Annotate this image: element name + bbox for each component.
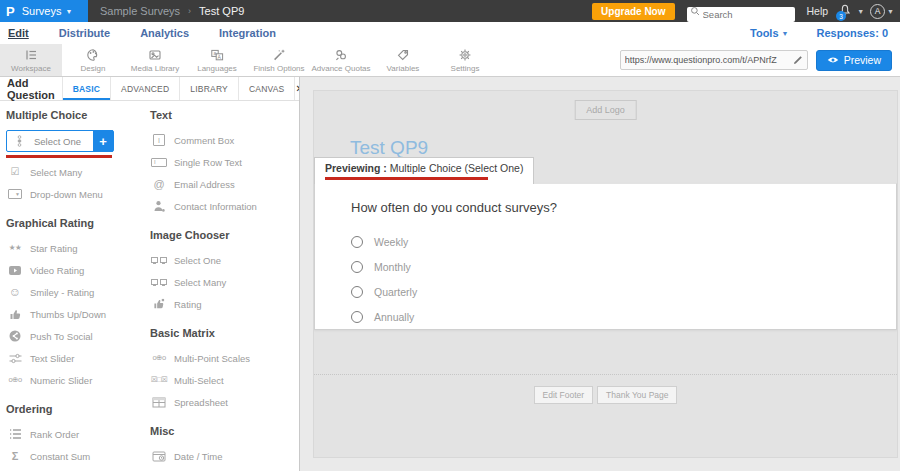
main-nav: Edit Distribute Analytics Integration To… [0,22,900,44]
top-bar: P Surveys ▼ Sample Surveys › Test QP9 Up… [0,0,900,22]
answer-option: Quarterly [351,279,896,304]
radio-button[interactable] [351,286,363,298]
add-logo-button[interactable]: Add Logo [574,100,637,120]
questionpro-logo: P [6,5,15,18]
question-type-multi-point-scales[interactable]: o⊕o Multi-Point Scales [150,348,299,368]
comment-box-icon: I [153,134,165,146]
workspace-icon [24,48,38,62]
tools-menu[interactable]: Tools▼ [750,27,788,39]
section-header: Image Chooser [150,229,299,241]
thumb-icon [9,308,22,321]
tool-finish-options[interactable]: Finish Options [248,44,310,76]
nav-integration[interactable]: Integration [219,27,276,39]
answer-option: Monthly [351,254,896,279]
pencil-icon[interactable] [793,55,803,65]
tool-languages[interactable]: aA Languages [186,44,248,76]
question-type-spreadsheet[interactable]: Spreadsheet [150,392,299,412]
palette-icon [86,48,100,62]
search-icon [690,6,700,16]
tab-library[interactable]: LIBRARY [179,77,238,100]
video-icon [8,265,22,276]
chevron-down-icon[interactable]: ▼ [857,8,864,15]
search-box [687,4,795,19]
help-link[interactable]: Help [807,5,829,17]
previewing-question-type: Multiple Choice (Select One) [390,162,524,174]
tool-settings[interactable]: Settings [434,44,496,76]
question-type-contact-information[interactable]: Contact Information [150,196,299,216]
question-type-image-select-many[interactable]: Select Many [150,272,299,292]
question-text[interactable]: How often do you conduct surveys? [351,200,896,215]
section-header: Misc [150,425,299,437]
question-type-rank-order[interactable]: Rank Order [6,424,146,444]
share-icon [9,330,21,342]
question-type-single-row-text[interactable]: I Single Row Text [150,152,299,172]
dropdown-icon: ▼ [8,189,22,199]
thank-you-page-button[interactable]: Thank You Page [597,386,677,404]
preview-button[interactable]: Preview [816,50,892,71]
survey-footer: Edit Footer Thank You Page [314,374,897,404]
question-type-dropdown-menu[interactable]: ▼ Drop-down Menu [6,184,146,204]
chevron-down-icon[interactable]: ▼ [887,8,894,15]
image-select-one-icon [151,257,167,263]
contact-icon [153,200,165,212]
question-type-constant-sum[interactable]: Σ Constant Sum [6,446,146,466]
at-icon: @ [153,179,164,190]
spreadsheet-icon [152,397,166,408]
tool-advance-quotas[interactable]: Advance Quotas [310,44,372,76]
question-type-star-rating[interactable]: ★★ Star Rating [6,238,146,258]
nav-analytics[interactable]: Analytics [140,27,189,39]
radio-button[interactable] [351,311,363,323]
question-type-select-one[interactable]: Select One + [6,130,114,152]
tool-workspace[interactable]: Workspace [0,44,62,76]
question-type-email-address[interactable]: @ Email Address [150,174,299,194]
multi-select-icon: ☒□☒ [151,376,167,384]
notifications-bell[interactable]: 3 [838,3,853,19]
tool-design[interactable]: Design [62,44,124,76]
add-question-plus-button[interactable]: + [93,130,113,152]
question-type-numeric-slider[interactable]: o⊕o Numeric Slider [6,370,146,390]
svg-text:a: a [213,50,216,56]
question-type-date-time[interactable]: Date / Time [150,446,299,466]
highlight-underline [325,177,488,180]
nav-distribute[interactable]: Distribute [59,27,110,39]
section-header: Graphical Rating [6,217,146,229]
tab-canvas[interactable]: CANVAS [238,77,295,100]
question-card: How often do you conduct surveys? Weekly… [314,183,897,330]
question-type-image-select-one[interactable]: Select One [150,250,299,270]
question-type-select-many[interactable]: ☑ Select Many [6,162,146,182]
gear-icon [458,48,472,62]
upgrade-now-button[interactable]: Upgrade Now [592,3,674,20]
wand-icon [272,48,286,62]
edit-footer-button[interactable]: Edit Footer [534,386,594,404]
tab-basic[interactable]: BASIC [62,77,110,100]
highlight-underline [6,155,112,158]
previewing-label: Previewing : [325,162,387,174]
surveys-menu[interactable]: P Surveys ▼ [0,0,88,22]
question-type-thumbs-up-down[interactable]: Thumbs Up/Down [6,304,146,324]
nav-edit[interactable]: Edit [8,27,29,39]
answer-option: Weekly [351,229,896,254]
question-type-image-rating[interactable]: Rating [150,294,299,314]
section-header: Basic Matrix [150,327,299,339]
rank-list-icon [9,428,22,440]
search-input[interactable] [687,7,795,22]
previewing-tab: Previewing : Multiple Choice (Select One… [314,157,534,184]
image-icon [148,48,162,62]
tool-media-library[interactable]: Media Library [124,44,186,76]
radio-button[interactable] [351,261,363,273]
question-type-comment-box[interactable]: I Comment Box [150,130,299,150]
survey-title[interactable]: Test QP9 [350,137,428,159]
question-type-text-slider[interactable]: Text Slider [6,348,146,368]
question-type-video-rating[interactable]: Video Rating [6,260,146,280]
radio-button[interactable] [351,236,363,248]
tool-variables[interactable]: Variables [372,44,434,76]
question-type-push-to-social[interactable]: Push To Social [6,326,146,346]
avatar[interactable]: A [870,4,885,19]
breadcrumb-parent[interactable]: Sample Surveys [100,5,180,17]
survey-url-input[interactable] [625,55,793,65]
tab-advanced[interactable]: ADVANCED [110,77,179,100]
responses-count[interactable]: Responses: 0 [816,27,888,39]
question-type-multi-select[interactable]: ☒□☒ Multi-Select [150,370,299,390]
question-type-smiley-rating[interactable]: ☺ Smiley - Rating [6,282,146,302]
smiley-icon: ☺ [9,286,21,298]
